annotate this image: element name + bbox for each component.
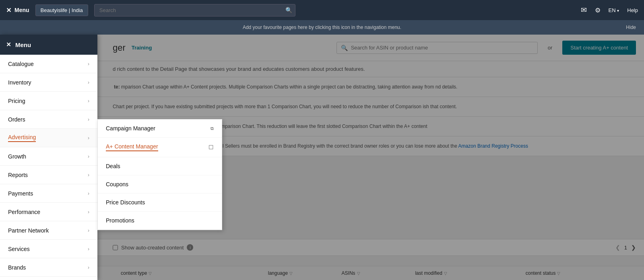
sidebar-item-partner-network[interactable]: Partner Network › xyxy=(0,221,97,240)
advertising-submenu: Campaign Manager ⧉ A+ Content Manager ☐ … xyxy=(97,119,222,230)
menu-label: Menu xyxy=(14,7,29,13)
submenu-item-promotions[interactable]: Promotions xyxy=(98,212,222,230)
next-icon[interactable]: ❯ xyxy=(631,244,636,251)
aplus-search-input[interactable] xyxy=(351,45,533,51)
info-icon: i xyxy=(187,244,193,251)
sort-icon[interactable]: ▽ xyxy=(444,271,447,276)
submenu-item-campaign-manager[interactable]: Campaign Manager ⧉ xyxy=(98,119,222,138)
chevron-right-icon: › xyxy=(88,80,89,85)
sidebar-item-payments[interactable]: Payments › xyxy=(0,184,97,203)
col-content-status: content status ▽ xyxy=(526,270,636,276)
settings-icon[interactable]: ⚙ xyxy=(595,6,601,14)
chevron-right-icon: › xyxy=(88,246,89,252)
chevron-right-icon: › xyxy=(88,172,89,178)
sidebar-item-reports[interactable]: Reports › xyxy=(0,166,97,184)
search-container: 🔍 xyxy=(94,4,295,16)
auto-created-checkbox[interactable] xyxy=(113,245,118,250)
sidebar: ✕ Menu Catalogue › Inventory › Pricing ›… xyxy=(0,35,97,280)
sort-icon[interactable]: ▽ xyxy=(149,271,152,276)
close-icon[interactable]: ✕ xyxy=(6,41,11,48)
sort-icon[interactable]: ▽ xyxy=(557,271,560,276)
sort-icon[interactable]: ▽ xyxy=(357,271,360,276)
sidebar-item-orders[interactable]: Orders › xyxy=(0,110,97,129)
info-text-2: Chart per project. If you have existing … xyxy=(113,103,636,110)
sidebar-header: ✕ Menu xyxy=(0,35,97,55)
submenu-item-deals[interactable]: Deals xyxy=(98,157,222,175)
sidebar-item-advertising[interactable]: Advertising › xyxy=(0,129,97,147)
help-link[interactable]: Help xyxy=(627,7,638,13)
prev-icon[interactable]: ❮ xyxy=(615,244,620,251)
sort-icon[interactable]: ▽ xyxy=(289,271,293,276)
search-input[interactable] xyxy=(94,4,295,16)
close-icon: ✕ xyxy=(6,6,11,14)
sidebar-item-catalogue[interactable]: Catalogue › xyxy=(0,55,97,73)
sidebar-item-services[interactable]: Services › xyxy=(0,240,97,258)
store-selector[interactable]: Beautyislife | India xyxy=(35,4,88,16)
info-text-1: te: mparison Chart usage within A+ Conte… xyxy=(114,83,636,91)
main-content: ger Training 🔍 or Start creating A+ cont… xyxy=(0,35,644,280)
col-asins: ASINs ▽ xyxy=(342,270,415,276)
chevron-right-icon: › xyxy=(88,98,89,104)
chevron-right-icon: › xyxy=(88,117,89,122)
page-title: ger xyxy=(113,43,126,53)
show-auto-created: Show auto-created content i xyxy=(113,244,193,251)
top-nav: ✕ Menu Beautyislife | India 🔍 ✉ ⚙ EN ▾ H… xyxy=(0,0,644,20)
page-number: 1 xyxy=(624,245,627,251)
external-link-icon: ⧉ xyxy=(211,126,214,131)
sidebar-item-pricing[interactable]: Pricing › xyxy=(0,92,97,110)
sidebar-item-inventory[interactable]: Inventory › xyxy=(0,73,97,92)
col-last-modified: last modified ▽ xyxy=(415,270,525,276)
chevron-right-icon: › xyxy=(88,228,89,233)
chevron-right-icon: › xyxy=(88,154,89,159)
sidebar-item-brands[interactable]: Brands › xyxy=(0,258,97,277)
chevron-right-icon: › xyxy=(88,209,89,215)
aplus-search-container: 🔍 xyxy=(336,42,538,54)
chevron-right-icon: › xyxy=(88,191,89,196)
or-text: or xyxy=(544,45,557,51)
amazon-brand-registry-link[interactable]: Amazon Brand Registry Process xyxy=(458,143,528,149)
submenu-item-coupons[interactable]: Coupons xyxy=(98,175,222,194)
submenu-item-price-discounts[interactable]: Price Discounts xyxy=(98,194,222,212)
mail-icon[interactable]: ✉ xyxy=(581,6,587,14)
search-icon: 🔍 xyxy=(341,45,348,51)
chevron-down-icon: ▾ xyxy=(617,8,619,13)
menu-button[interactable]: ✕ Menu xyxy=(6,6,29,14)
menu-header-label: Menu xyxy=(15,41,31,48)
training-badge: Training xyxy=(132,45,152,51)
bookmark-icon[interactable]: ☐ xyxy=(208,144,214,150)
nav-right: ✉ ⚙ EN ▾ Help xyxy=(581,6,638,14)
chevron-right-icon: › xyxy=(88,61,89,67)
sidebar-item-performance[interactable]: Performance › xyxy=(0,203,97,221)
favorites-message: Add your favourite pages here by clickin… xyxy=(243,25,401,30)
chevron-right-icon: › xyxy=(88,135,89,141)
chevron-right-icon: › xyxy=(88,265,89,270)
language-selector[interactable]: EN ▾ xyxy=(609,7,619,13)
hide-button[interactable]: Hide xyxy=(626,25,636,30)
sidebar-item-learn[interactable]: Learn › xyxy=(0,277,97,280)
submenu-item-aplus-content-manager[interactable]: A+ Content Manager ☐ xyxy=(98,138,222,157)
col-content-type: content type ▽ xyxy=(113,270,268,276)
start-creating-button[interactable]: Start creating A+ content xyxy=(562,41,636,55)
sidebar-item-growth[interactable]: Growth › xyxy=(0,147,97,166)
col-language: language ▽ xyxy=(268,270,342,276)
search-icon[interactable]: 🔍 xyxy=(285,7,292,13)
favorites-bar: Add your favourite pages here by clickin… xyxy=(0,20,644,35)
